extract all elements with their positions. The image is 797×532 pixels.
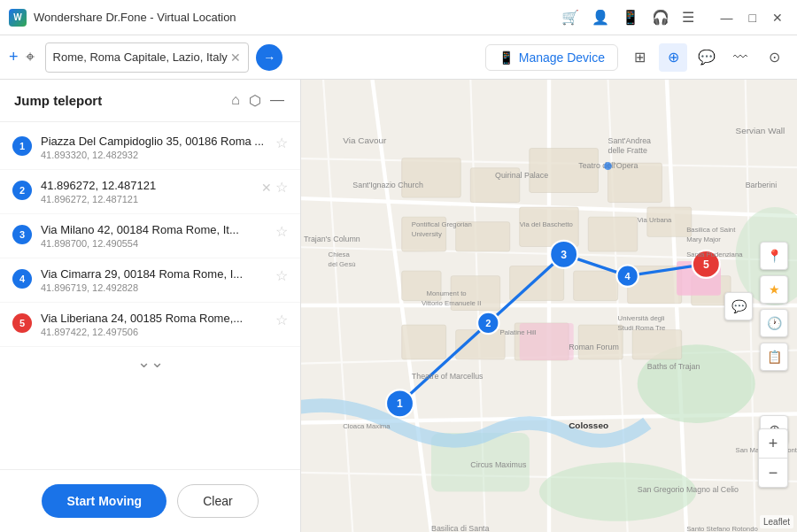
right-app-icons: 💬 <box>724 292 753 320</box>
delete-icon-2[interactable]: ✕ <box>261 181 272 195</box>
svg-text:Servian Wall: Servian Wall <box>736 126 785 135</box>
location-name-4: Via Cimarra 29, 00184 Roma Rome, I... <box>41 267 267 281</box>
google-maps-icon-btn[interactable]: 📍 <box>760 242 788 270</box>
location-number-5: 5 <box>12 313 32 333</box>
chat-icon-btn[interactable]: 💬 <box>693 43 721 72</box>
location-coords-1: 41.893320, 12.482932 <box>41 150 267 160</box>
svg-rect-34 <box>402 325 446 359</box>
expand-list-button[interactable]: ⌄⌄ <box>0 347 300 377</box>
svg-text:3: 3 <box>561 249 567 261</box>
location-name-1: Piazza Del Campidoglio 35, 00186 Roma ..… <box>41 135 267 148</box>
location-list: 1 Piazza Del Campidoglio 35, 00186 Roma … <box>0 122 300 469</box>
location-icon-btn[interactable]: ⊕ <box>659 43 687 72</box>
star-icon-1[interactable]: ☆ <box>275 135 288 151</box>
app-logo: W <box>9 9 27 27</box>
map-area[interactable]: 1 2 3 4 5 Via Cavour Servian Wall Barber… <box>301 80 797 532</box>
waypoint-icon[interactable]: ⌖ <box>26 48 35 66</box>
svg-text:Mary Major: Mary Major <box>686 235 721 243</box>
svg-text:Barberini: Barberini <box>746 181 777 189</box>
location-coords-3: 41.898700, 12.490554 <box>41 238 267 249</box>
svg-rect-38 <box>632 330 681 359</box>
window-controls: 🛒 👤 📱 🎧 ☰ — □ ✕ <box>558 7 788 27</box>
list-item[interactable]: 4 Via Cimarra 29, 00184 Roma Rome, I... … <box>0 258 300 303</box>
search-input[interactable] <box>53 50 231 64</box>
route-icon-btn[interactable]: 〰 <box>726 43 754 72</box>
list-item[interactable]: 3 Via Milano 42, 00184 Roma Rome, It... … <box>0 214 300 258</box>
list-item[interactable]: 1 Piazza Del Campidoglio 35, 00186 Roma … <box>0 126 300 170</box>
main-content: Jump teleport ⌂ ⬡ — 1 Piazza Del Campido… <box>0 80 797 532</box>
zoom-in-button[interactable]: + <box>759 429 787 458</box>
sidebar-header: Jump teleport ⌂ ⬡ — <box>0 80 300 122</box>
nav-icon-menu[interactable]: ☰ <box>678 7 698 27</box>
nav-icon-cart[interactable]: 🛒 <box>558 7 583 27</box>
clear-button[interactable]: Clear <box>177 484 258 518</box>
svg-rect-31 <box>574 271 618 300</box>
manage-device-button[interactable]: 📱 Manage Device <box>485 44 618 71</box>
nav-icon-user[interactable]: 👤 <box>588 7 613 27</box>
location-coords-2: 41.896272, 12.487121 <box>41 194 252 204</box>
minimize-button[interactable]: — <box>716 9 739 27</box>
svg-text:Palatine Hill: Palatine Hill <box>500 328 537 336</box>
maximize-button[interactable]: □ <box>744 9 762 27</box>
svg-text:Colosseo: Colosseo <box>569 420 608 430</box>
settings-circle-btn[interactable]: ⊙ <box>760 43 788 72</box>
location-number-2: 2 <box>12 181 32 200</box>
svg-text:4: 4 <box>625 271 631 281</box>
svg-text:delle Fratte: delle Fratte <box>608 146 647 155</box>
start-moving-button[interactable]: Start Moving <box>42 484 166 518</box>
search-box: ✕ <box>45 42 250 73</box>
nav-icon-headset[interactable]: 🎧 <box>648 7 673 27</box>
grid-icon-btn[interactable]: ⊞ <box>625 43 654 72</box>
discord-icon-btn[interactable]: 💬 <box>724 292 753 320</box>
search-clear-icon[interactable]: ✕ <box>230 50 241 65</box>
svg-text:Via Urbana: Via Urbana <box>638 216 672 224</box>
list-item[interactable]: 5 Via Liberiana 24, 00185 Roma Rome,... … <box>0 303 300 347</box>
svg-text:University: University <box>412 230 442 238</box>
go-button[interactable]: → <box>256 44 282 71</box>
svg-text:Pontifical Gregorian: Pontifical Gregorian <box>412 220 472 228</box>
export-icon[interactable]: ⬡ <box>247 90 263 111</box>
sidebar-title: Jump teleport <box>14 93 229 108</box>
svg-text:5: 5 <box>703 258 709 271</box>
location-name-2: 41.896272, 12.487121 <box>41 179 252 192</box>
svg-text:Baths of Trajan: Baths of Trajan <box>647 362 700 371</box>
close-button[interactable]: ✕ <box>767 9 788 27</box>
star-icon-4[interactable]: ☆ <box>275 267 288 284</box>
location-number-1: 1 <box>12 136 32 156</box>
location-coords-4: 41.896719, 12.492828 <box>41 282 267 293</box>
sidebar: Jump teleport ⌂ ⬡ — 1 Piazza Del Campido… <box>0 80 301 532</box>
list-item[interactable]: 2 41.896272, 12.487121 41.896272, 12.487… <box>0 170 300 214</box>
location-number-3: 3 <box>12 225 32 244</box>
svg-text:Sant'Andrea: Sant'Andrea <box>608 136 652 145</box>
svg-text:Quirinal Palace: Quirinal Palace <box>495 171 548 180</box>
svg-text:Circus Maximus: Circus Maximus <box>470 460 527 469</box>
star-icon-2[interactable]: ☆ <box>275 179 288 196</box>
svg-text:Chiesa: Chiesa <box>329 251 351 258</box>
svg-text:Via Cavour: Via Cavour <box>343 135 387 145</box>
home-icon[interactable]: ⌂ <box>229 90 242 111</box>
map-overlay-buttons: 📍 ★ 🕐 📋 <box>760 242 788 371</box>
zoom-out-button[interactable]: − <box>759 459 787 487</box>
svg-rect-19 <box>402 158 461 197</box>
map-svg: 1 2 3 4 5 Via Cavour Servian Wall Barber… <box>301 80 797 532</box>
app-title: Wondershare Dr.Fone - Virtual Location <box>34 11 551 24</box>
location-coords-5: 41.897422, 12.497506 <box>41 327 267 337</box>
add-point-icon[interactable]: + <box>9 48 19 66</box>
clock-icon-btn[interactable]: 🕐 <box>760 309 788 337</box>
svg-text:Trajan's Column: Trajan's Column <box>304 235 360 243</box>
nav-icon-phone[interactable]: 📱 <box>618 7 643 27</box>
map-attribution: Leaflet <box>760 515 793 528</box>
collapse-icon[interactable]: — <box>268 90 286 111</box>
svg-text:Basilica di Santa: Basilica di Santa <box>431 524 490 532</box>
svg-text:Vittorio Emanuele II: Vittorio Emanuele II <box>422 299 482 307</box>
svg-text:Santa Pudenziana: Santa Pudenziana <box>686 251 743 258</box>
map-list-icon-btn[interactable]: 📋 <box>760 343 788 371</box>
svg-text:San Gregorio Magno al Celio: San Gregorio Magno al Celio <box>638 485 739 494</box>
sidebar-footer: Start Moving Clear <box>0 469 300 532</box>
star-icon-btn[interactable]: ★ <box>760 275 788 304</box>
star-icon-5[interactable]: ☆ <box>275 312 288 328</box>
phone-icon: 📱 <box>499 50 514 65</box>
star-icon-3[interactable]: ☆ <box>275 223 288 240</box>
svg-text:2: 2 <box>485 318 491 328</box>
svg-text:Monument to: Monument to <box>426 289 466 297</box>
